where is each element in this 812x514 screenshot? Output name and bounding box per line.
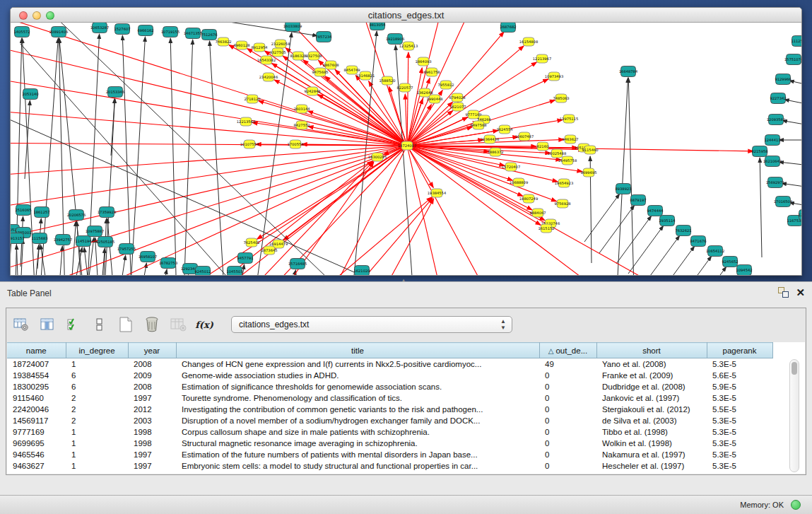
node-label: 9463627 (562, 137, 578, 141)
node-label: 9227342 (770, 96, 786, 100)
node-label: 23146821 (356, 74, 375, 78)
table-panel: ▴ Table Panel ✕ (0, 281, 812, 495)
citation-edge-black (170, 38, 177, 276)
column-header-short[interactable]: short (596, 343, 707, 358)
node-label: 8912954 (251, 45, 268, 49)
row-height-icon[interactable] (90, 315, 109, 334)
node-label: 18724007 (398, 144, 416, 148)
node-label: 12213568 (237, 119, 255, 124)
network-desktop: citations_edges.txt 18300295746382289601… (0, 0, 812, 281)
node-label: 13975115 (560, 117, 578, 121)
citation-edge-black (705, 275, 741, 276)
citation-edge-red (407, 146, 717, 276)
node-label: 9242848 (304, 89, 320, 93)
node-label: 7632621 (675, 228, 691, 233)
column-header-in_degree[interactable]: in_degree (66, 343, 128, 358)
close-icon[interactable]: ✕ (796, 287, 805, 298)
function-builder-icon[interactable]: f(x) (195, 315, 213, 334)
citation-edge-red (407, 146, 433, 187)
table-selector-dropdown[interactable]: citations_edges.txt ▲▼ (231, 316, 512, 333)
citation-edge-red (11, 143, 407, 146)
citation-edge-black (165, 269, 167, 276)
network-window-titlebar[interactable]: citations_edges.txt (11, 8, 801, 23)
citation-edge-black (760, 158, 762, 257)
citation-edge-black (77, 221, 81, 276)
table-row[interactable]: 1830029562008Estimation of significance … (7, 381, 772, 392)
column-header-year[interactable]: year (128, 343, 176, 358)
node-label: 6879197 (630, 198, 646, 202)
table-row[interactable]: 946362711997Embryonic stem cells: a mode… (7, 460, 772, 472)
node-label: 9475685 (312, 70, 328, 74)
citation-edge-black (659, 246, 695, 276)
node-label: 1990448 (426, 97, 442, 101)
column-header-title[interactable]: title (176, 343, 539, 358)
node-label: 1864093 (415, 59, 431, 64)
citation-edge-black (36, 245, 39, 276)
node-table-grid[interactable]: namein_degreeyeartitle△out_de...shortpag… (7, 342, 773, 472)
node-label: 7625402 (243, 240, 259, 245)
node-label: 15720407 (502, 165, 520, 169)
node-label: 1094542 (736, 268, 752, 272)
column-visibility-icon[interactable] (38, 315, 57, 334)
table-row[interactable]: 1456911722003Disruption of a novel membe… (7, 415, 772, 426)
node-label: 9327505 (269, 50, 286, 54)
table-row[interactable]: 1938455462009Genome-wide association stu… (7, 370, 772, 381)
node-label: 20891406 (49, 30, 68, 34)
table-row[interactable]: 946554611997Estimation of the future num… (7, 449, 772, 460)
citation-edge-black (25, 100, 30, 179)
node-label: 1615152 (538, 226, 554, 230)
table-row[interactable]: 1872400712008Changes of HCN gene express… (7, 358, 772, 370)
citation-edge-black (182, 40, 193, 276)
node-label: 8215958 (751, 149, 767, 153)
cytoscape-app: citations_edges.txt 18300295746382289601… (0, 0, 812, 514)
node-label: 3913157 (11, 236, 25, 240)
node-label: 3624554 (496, 127, 513, 132)
table-row[interactable]: 2242004622012Investigating the contribut… (7, 404, 772, 415)
table-settings-icon[interactable] (12, 315, 30, 334)
table-panel-header: Table Panel ✕ (0, 282, 812, 305)
table-row[interactable]: 911546021997Tourette syndrome. Phenomeno… (7, 392, 772, 404)
node-label: 7857234 (315, 35, 332, 39)
citation-edge-black (628, 226, 664, 274)
column-header-out_degree[interactable]: △out_de... (539, 343, 596, 358)
table-selector-value: citations_edges.txt (232, 320, 309, 329)
node-label: 1115683 (31, 236, 47, 240)
node-label: 9115460 (582, 148, 598, 152)
memory-ok-indicator-icon[interactable] (791, 500, 801, 510)
delete-column-icon[interactable] (143, 315, 161, 334)
citation-edge-black (128, 37, 145, 276)
node-label: 16543382 (257, 58, 276, 62)
node-label: 20153346 (106, 90, 124, 94)
column-header-pagerank[interactable]: pagerank (707, 343, 772, 358)
node-label: 10607487 (515, 134, 534, 139)
sort-ascending-icon: △ (548, 347, 554, 355)
citation-network-graph[interactable]: 1830029574638228960128891295423226058932… (11, 23, 801, 276)
table-panel-body: f(x) citations_edges.txt ▲▼ namein_degre… (6, 308, 806, 475)
node-label: 9457791 (237, 256, 253, 260)
node-label: 16033809 (283, 24, 302, 28)
node-label: 7485063 (553, 96, 569, 100)
node-label: 1588520 (379, 78, 395, 83)
scrollbar-thumb[interactable] (792, 362, 797, 375)
network-view[interactable]: 1830029574638228960128891295423226058932… (11, 23, 801, 275)
select-columns-icon[interactable] (64, 315, 83, 334)
node-label: 15692971 (766, 180, 784, 185)
column-header-name[interactable]: name (7, 343, 66, 358)
table-row[interactable]: 969969511998Structural magnetic resonanc… (7, 438, 772, 449)
citation-edge-red (407, 52, 408, 146)
citation-edge-black (72, 221, 76, 276)
citation-edge-black (617, 78, 628, 276)
node-label: 18807249 (519, 197, 538, 201)
vertical-scrollbar[interactable] (789, 359, 799, 472)
network-window[interactable]: citations_edges.txt 18300295746382289601… (10, 7, 802, 276)
node-label: 2516065 (15, 208, 31, 212)
table-row[interactable]: 977716911998Corpus callosum shape and si… (7, 426, 772, 438)
node-label: 10975887 (86, 229, 104, 233)
node-label: 16210643 (763, 159, 782, 163)
node-label: 7463822 (215, 40, 231, 44)
citation-edge-black (122, 255, 126, 276)
new-column-icon[interactable] (117, 315, 135, 334)
node-label: 1527607 (114, 27, 130, 31)
citation-edge-black (122, 35, 133, 276)
float-window-icon[interactable] (778, 287, 789, 298)
